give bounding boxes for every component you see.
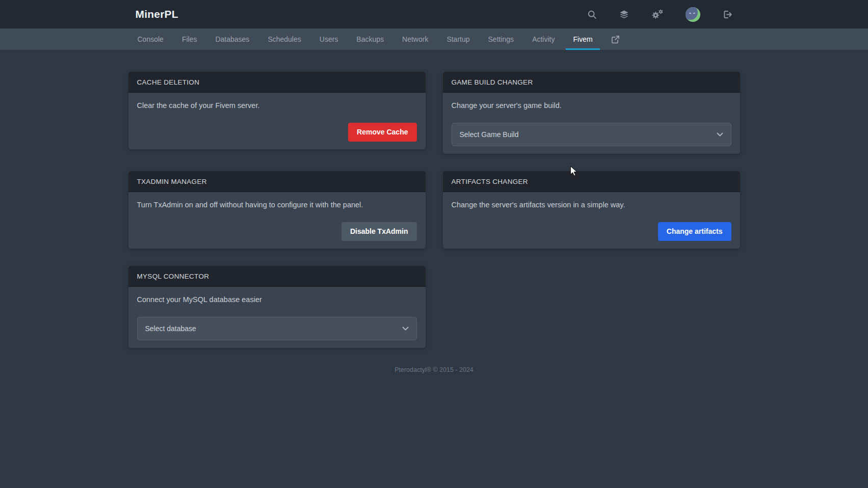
card-title-artifacts-changer: ARTIFACTS CHANGER <box>443 171 740 192</box>
external-link-icon[interactable] <box>602 29 629 50</box>
main-content: CACHE DELETION Clear the cache of your F… <box>128 50 740 394</box>
tab-settings[interactable]: Settings <box>479 29 523 50</box>
card-title-cache-deletion: CACHE DELETION <box>128 72 426 93</box>
card-description: Connect your MySQL database easier <box>137 295 417 304</box>
tab-activity[interactable]: Activity <box>523 29 564 50</box>
card-title-mysql-connector: MYSQL CONNECTOR <box>128 266 426 287</box>
select-value: Select Game Build <box>460 130 519 139</box>
tab-schedules[interactable]: Schedules <box>258 29 310 50</box>
card-game-build-changer: GAME BUILD CHANGER Change your server's … <box>443 72 740 154</box>
chevron-down-icon <box>402 327 409 331</box>
card-description: Change your server's game build. <box>452 101 731 110</box>
server-subnav: Console Files Databases Schedules Users … <box>0 29 868 50</box>
settings-gears-icon[interactable] <box>651 9 664 20</box>
disable-txadmin-button[interactable]: Disable TxAdmin <box>341 222 417 241</box>
card-cache-deletion: CACHE DELETION Clear the cache of your F… <box>128 72 426 149</box>
search-icon[interactable] <box>587 10 597 19</box>
tab-fivem[interactable]: Fivem <box>564 29 601 50</box>
card-artifacts-changer: ARTIFACTS CHANGER Change the server's ar… <box>443 171 740 249</box>
sign-out-icon[interactable] <box>722 9 733 20</box>
card-mysql-connector: MYSQL CONNECTOR Connect your MySQL datab… <box>128 266 426 348</box>
topbar-icons <box>587 7 740 22</box>
tab-network[interactable]: Network <box>393 29 437 50</box>
tab-files[interactable]: Files <box>173 29 206 50</box>
card-txadmin-manager: TXADMIN MANAGER Turn TxAdmin on and off … <box>128 171 426 249</box>
card-description: Clear the cache of your Fivem server. <box>137 101 417 110</box>
card-description: Change the server's artifacts version in… <box>452 200 731 209</box>
tab-console[interactable]: Console <box>128 29 173 50</box>
tab-databases[interactable]: Databases <box>206 29 258 50</box>
footer-copyright: Pterodactyl® © 2015 - 2024 <box>128 366 740 394</box>
server-stack-icon[interactable] <box>619 9 629 20</box>
card-title-txadmin-manager: TXADMIN MANAGER <box>128 171 426 192</box>
user-avatar[interactable] <box>686 7 700 22</box>
app-title[interactable]: MinerPL <box>128 8 178 20</box>
avatar-face <box>686 7 698 20</box>
database-select[interactable]: Select database <box>137 317 417 340</box>
tab-users[interactable]: Users <box>310 29 348 50</box>
game-build-select[interactable]: Select Game Build <box>452 123 731 146</box>
remove-cache-button[interactable]: Remove Cache <box>348 123 416 142</box>
tab-startup[interactable]: Startup <box>437 29 479 50</box>
select-value: Select database <box>145 324 196 333</box>
tab-backups[interactable]: Backups <box>347 29 393 50</box>
chevron-down-icon <box>717 132 723 137</box>
topbar: MinerPL <box>0 0 868 29</box>
change-artifacts-button[interactable]: Change artifacts <box>658 222 731 241</box>
card-description: Turn TxAdmin on and off without having t… <box>137 200 417 209</box>
card-title-game-build-changer: GAME BUILD CHANGER <box>443 72 740 93</box>
